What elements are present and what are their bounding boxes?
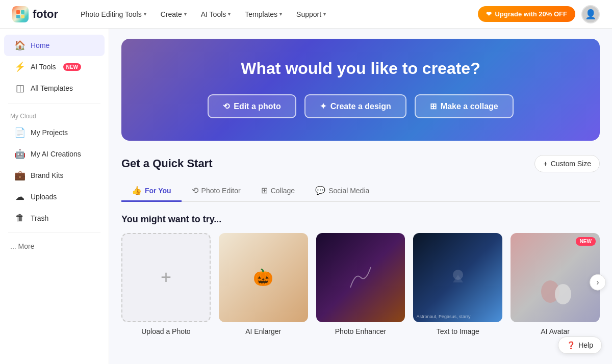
quick-start-title: Get a Quick Start [121, 157, 213, 170]
upgrade-button[interactable]: ❤ Upgrade with 20% OFF [478, 6, 575, 22]
photo-enhancer-image [316, 233, 405, 322]
sidebar-item-all-templates[interactable]: ◫ All Templates [4, 77, 105, 99]
try-grid: + Upload a Photo 🎃 AI Enlarger Photo Enh… [121, 233, 600, 335]
svg-rect-3 [21, 15, 24, 18]
for-you-icon: 👍 [132, 186, 142, 195]
uploads-icon: ☁ [14, 191, 26, 202]
sidebar-item-my-projects[interactable]: 📄 My Projects [4, 122, 105, 143]
make-collage-button[interactable]: ⊞ Make a collage [415, 94, 514, 118]
chevron-icon: ▾ [184, 11, 187, 17]
edit-photo-button[interactable]: ⟲ Edit a photo [208, 94, 296, 118]
collage-icon: ⊞ [261, 186, 268, 195]
avatar[interactable]: 👤 [581, 5, 600, 23]
ai-enlarger-label: AI Enlarger [219, 327, 308, 335]
sidebar-item-brand-kits[interactable]: 💼 Brand Kits [4, 165, 105, 186]
try-section-title: You might want to try... [121, 214, 600, 225]
layout: 🏠 Home ⚡ AI Tools NEW ◫ All Templates My… [0, 29, 612, 364]
trash-icon: 🗑 [14, 213, 26, 223]
nav-support[interactable]: Support ▾ [290, 6, 332, 22]
logo[interactable]: fotor [12, 6, 58, 22]
chevron-icon: ▾ [228, 11, 231, 17]
logo-text: fotor [33, 8, 58, 21]
tab-photo-editor[interactable]: ⟲ Photo Editor [182, 180, 251, 202]
edit-photo-icon: ⟲ [223, 101, 230, 111]
chevron-icon: ▾ [279, 11, 282, 17]
brand-kits-icon: 💼 [14, 170, 26, 181]
plus-icon: + [543, 160, 547, 168]
nav-templates[interactable]: Templates ▾ [239, 6, 288, 22]
main-nav: Photo Editing Tools ▾ Create ▾ AI Tools … [74, 6, 462, 22]
sidebar-item-my-ai-creations[interactable]: 🤖 My AI Creations [4, 143, 105, 165]
help-button[interactable]: ❓ Help [558, 336, 602, 354]
tab-social-media[interactable]: 💬 Social Media [305, 180, 379, 202]
new-badge-card: NEW [576, 237, 596, 246]
nav-create[interactable]: Create ▾ [155, 6, 193, 22]
tab-for-you[interactable]: 👍 For You [121, 180, 182, 202]
svg-rect-2 [16, 15, 20, 18]
templates-icon: ◫ [14, 83, 26, 94]
create-design-button[interactable]: ✦ Create a design [304, 94, 406, 118]
logo-icon [12, 6, 29, 22]
sidebar-item-home[interactable]: 🏠 Home [4, 35, 105, 56]
heart-icon: ❤ [486, 10, 492, 18]
quick-start-tabs: 👍 For You ⟲ Photo Editor ⊞ Collage 💬 Soc… [121, 180, 600, 202]
chevron-icon: ▾ [323, 11, 326, 17]
sidebar-divider-2 [8, 232, 100, 233]
quick-start-header: Get a Quick Start + Custom Size [121, 155, 600, 172]
pumpkin-icon: 🎃 [253, 268, 273, 287]
hero-title: What would you like to create? [142, 59, 579, 78]
make-collage-icon: ⊞ [430, 101, 437, 111]
nav-photo-editing[interactable]: Photo Editing Tools ▾ [74, 6, 152, 22]
next-button[interactable]: › [590, 274, 606, 291]
photo-enhancer-label: Photo Enhancer [316, 327, 405, 335]
try-card-ai-enlarger[interactable]: 🎃 AI Enlarger [219, 233, 308, 335]
create-design-icon: ✦ [320, 101, 326, 111]
plus-icon: + [161, 267, 171, 288]
svg-point-6 [555, 284, 571, 304]
hero-buttons: ⟲ Edit a photo ✦ Create a design ⊞ Make … [142, 94, 579, 118]
main-content: What would you like to create? ⟲ Edit a … [109, 29, 612, 364]
astronaut-label: Astronaut, Pegasus, starry [416, 314, 470, 319]
header-actions: ❤ Upgrade with 20% OFF 👤 [478, 5, 600, 23]
projects-icon: 📄 [14, 127, 26, 138]
ai-enlarger-image: 🎃 [219, 233, 308, 322]
sidebar: 🏠 Home ⚡ AI Tools NEW ◫ All Templates My… [0, 29, 109, 364]
ai-avatar-label: AI Avatar [511, 327, 600, 335]
new-badge: NEW [63, 63, 81, 71]
tab-collage[interactable]: ⊞ Collage [251, 180, 305, 202]
custom-size-button[interactable]: + Custom Size [534, 155, 600, 172]
try-card-text-to-image[interactable]: Astronaut, Pegasus, starry Text to Image [413, 233, 502, 335]
sidebar-divider [8, 103, 100, 103]
upload-photo-label: Upload a Photo [121, 327, 211, 335]
try-card-photo-enhancer[interactable]: Photo Enhancer [316, 233, 405, 335]
social-media-icon: 💬 [315, 186, 325, 195]
photo-editor-icon: ⟲ [192, 186, 198, 195]
ai-creations-icon: 🤖 [14, 148, 26, 160]
my-cloud-label: My Cloud [0, 108, 109, 122]
home-icon: 🏠 [14, 40, 26, 51]
upload-photo-image: + [121, 233, 211, 322]
ai-avatar-image: NEW [511, 233, 600, 322]
chevron-icon: ▾ [144, 11, 146, 17]
svg-rect-0 [16, 10, 20, 14]
try-card-upload-photo[interactable]: + Upload a Photo [121, 233, 211, 335]
nav-ai-tools[interactable]: AI Tools ▾ [195, 6, 237, 22]
sidebar-item-uploads[interactable]: ☁ Uploads [4, 186, 105, 207]
try-card-ai-avatar[interactable]: NEW AI Avatar [511, 233, 600, 335]
svg-rect-1 [21, 10, 24, 14]
text-to-image-label: Text to Image [413, 327, 502, 335]
sidebar-more[interactable]: ... More [0, 237, 109, 255]
sidebar-item-ai-tools[interactable]: ⚡ AI Tools NEW [4, 56, 105, 77]
header: fotor Photo Editing Tools ▾ Create ▾ AI … [0, 0, 612, 29]
text-to-image-image: Astronaut, Pegasus, starry [413, 233, 502, 322]
hero-banner: What would you like to create? ⟲ Edit a … [121, 39, 600, 141]
help-icon: ❓ [567, 341, 575, 349]
sidebar-item-trash[interactable]: 🗑 Trash [4, 207, 105, 228]
ai-tools-icon: ⚡ [14, 61, 26, 72]
